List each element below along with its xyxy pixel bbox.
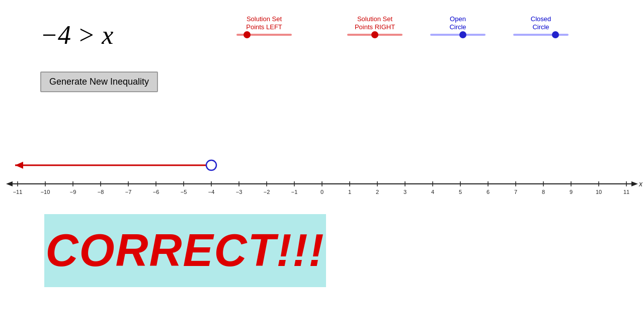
svg-text:5: 5 (459, 189, 462, 195)
inequality-display: −4 > x (40, 20, 113, 50)
solution-right-slider[interactable] (347, 34, 403, 36)
svg-text:x: x (638, 180, 643, 188)
svg-marker-51 (15, 162, 23, 169)
open-circle-label: Open Circle (449, 15, 466, 31)
correct-banner: CORRECT!!! (44, 214, 326, 287)
svg-marker-1 (631, 181, 638, 186)
svg-text:2: 2 (376, 189, 379, 195)
svg-text:−8: −8 (98, 189, 104, 195)
svg-text:0: 0 (320, 189, 324, 195)
svg-text:−11: −11 (13, 189, 23, 195)
open-circle-slider-container: Open Circle (430, 15, 486, 36)
correct-text: CORRECT!!! (46, 225, 325, 277)
solution-right-slider-container: Solution Set Points RIGHT (347, 15, 403, 36)
svg-text:8: 8 (542, 189, 545, 195)
svg-text:6: 6 (487, 189, 490, 195)
svg-text:9: 9 (570, 189, 573, 195)
closed-circle-slider-container: Closed Circle (513, 15, 569, 36)
solution-left-slider-container: Solution Set Points LEFT (236, 15, 292, 36)
svg-text:−1: −1 (291, 189, 298, 195)
svg-marker-2 (6, 181, 13, 186)
svg-text:4: 4 (431, 189, 434, 195)
svg-text:−4: −4 (208, 189, 215, 195)
svg-text:7: 7 (514, 189, 517, 195)
svg-text:10: 10 (596, 189, 602, 195)
closed-circle-label: Closed Circle (531, 15, 551, 31)
svg-text:1: 1 (348, 189, 351, 195)
svg-text:−6: −6 (153, 189, 159, 195)
svg-text:−3: −3 (236, 189, 243, 195)
number-line-svg: x −11 −10 −9 −8 −7 −6 −5 (0, 146, 644, 207)
svg-text:−9: −9 (70, 189, 76, 195)
svg-text:11: 11 (623, 189, 629, 195)
svg-text:−10: −10 (41, 189, 50, 195)
svg-text:−2: −2 (264, 189, 270, 195)
generate-button[interactable]: Generate New Inequality (40, 72, 158, 92)
solution-left-slider[interactable] (236, 34, 292, 36)
inequality-text: −4 > x (40, 21, 113, 49)
solution-right-label: Solution Set Points RIGHT (355, 15, 395, 31)
open-circle-slider[interactable] (430, 34, 486, 36)
closed-circle-slider[interactable] (513, 34, 569, 36)
svg-point-52 (206, 160, 216, 170)
number-line-area: x −11 −10 −9 −8 −7 −6 −5 (0, 146, 644, 209)
svg-text:3: 3 (404, 189, 407, 195)
solution-left-label: Solution Set Points LEFT (246, 15, 282, 31)
svg-text:−7: −7 (125, 189, 132, 195)
svg-text:−5: −5 (181, 189, 187, 195)
